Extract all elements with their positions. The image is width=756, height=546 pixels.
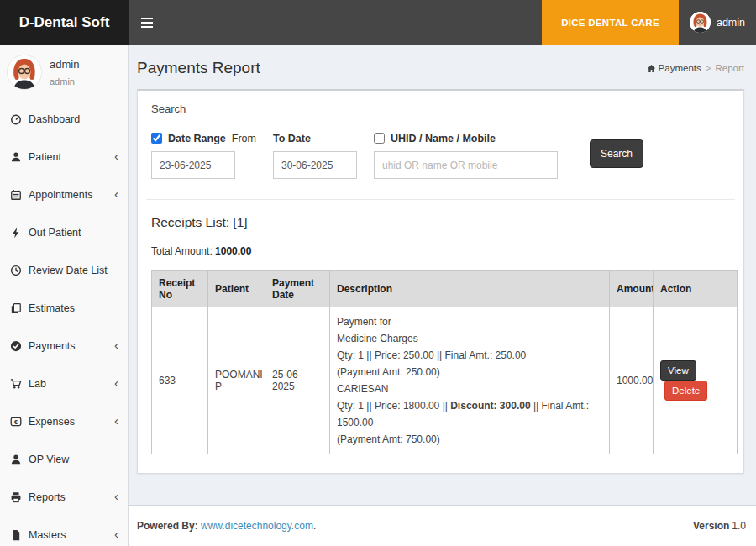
sidebar-item-label: Out Patient bbox=[29, 227, 81, 239]
sidebar-item-lab[interactable]: Lab bbox=[0, 365, 128, 402]
print-icon bbox=[9, 491, 22, 503]
page-header: Payments Report Payments > Report bbox=[129, 45, 756, 89]
breadcrumb: Payments > Report bbox=[647, 63, 744, 73]
page-title: Payments Report bbox=[137, 59, 260, 77]
sidebar-item-label: OP View bbox=[29, 454, 69, 465]
profile-avatar bbox=[7, 55, 42, 90]
chevron-left-icon bbox=[114, 150, 118, 164]
version-info: Version1.0 bbox=[693, 520, 746, 532]
hamburger-menu-icon[interactable] bbox=[129, 0, 165, 45]
sidebar-item-expenses[interactable]: € Expenses bbox=[0, 402, 128, 440]
bolt-icon bbox=[9, 226, 22, 239]
table-header-row: Receipt No Patient Payment Date Descript… bbox=[152, 271, 738, 307]
sidebar-item-patient[interactable]: Patient bbox=[0, 138, 128, 176]
uhid-input[interactable] bbox=[374, 151, 558, 179]
date-range-label: Date Range bbox=[168, 133, 226, 144]
col-action: Action bbox=[654, 271, 738, 307]
calendar-icon bbox=[9, 188, 22, 201]
uhid-checkbox[interactable] bbox=[374, 133, 385, 144]
chevron-left-icon bbox=[114, 414, 118, 428]
dashboard-icon bbox=[9, 113, 22, 125]
user-icon bbox=[9, 453, 22, 465]
profile-name: admin bbox=[50, 58, 79, 71]
dicetechnology-link[interactable]: www.dicetechnology.com bbox=[201, 520, 313, 532]
breadcrumb-current: Report bbox=[715, 63, 744, 73]
col-description: Description bbox=[330, 271, 610, 307]
sidebar-menu: Dashboard Patient Appointments bbox=[0, 100, 128, 546]
to-date-group: To Date bbox=[273, 132, 357, 179]
sidebar-item-masters[interactable]: Masters bbox=[0, 516, 128, 546]
topbar-username: admin bbox=[717, 17, 745, 29]
sidebar-item-label: Reports bbox=[29, 491, 66, 503]
sidebar-item-estimates[interactable]: Estimates bbox=[0, 289, 128, 327]
to-date-label: To Date bbox=[273, 133, 311, 144]
delete-button[interactable]: Delete bbox=[664, 381, 707, 401]
search-form: Date Range From To Date UHID / Name / Mo… bbox=[146, 132, 735, 179]
cell-action: View Delete bbox=[654, 307, 738, 454]
file-icon bbox=[9, 528, 22, 541]
copy-icon bbox=[9, 302, 22, 314]
user-avatar bbox=[690, 12, 711, 33]
top-navbar: DICE DENTAL CARE admin bbox=[129, 0, 756, 45]
breadcrumb-payments-link[interactable]: Payments bbox=[647, 63, 701, 73]
uhid-label: UHID / Name / Mobile bbox=[391, 133, 496, 144]
sidebar-item-review-date-list[interactable]: Review Date List bbox=[0, 251, 128, 289]
main-content: Payments Report Payments > Report Search… bbox=[129, 45, 756, 546]
topbar-user-menu[interactable]: admin bbox=[679, 0, 756, 45]
receipts-table: Receipt No Patient Payment Date Descript… bbox=[151, 270, 738, 454]
date-range-from-label: From bbox=[232, 133, 256, 144]
sidebar-item-op-view[interactable]: OP View bbox=[0, 440, 128, 478]
cart-icon bbox=[9, 377, 22, 390]
receipts-list-heading: Receipts List: [1] bbox=[151, 215, 735, 230]
total-amount-value: 1000.00 bbox=[215, 245, 251, 257]
date-range-group: Date Range From bbox=[151, 132, 256, 179]
uhid-group: UHID / Name / Mobile bbox=[374, 132, 558, 179]
sidebar-item-label: Estimates bbox=[29, 302, 75, 314]
search-button[interactable]: Search bbox=[590, 139, 643, 168]
powered-by: Powered By: www.dicetechnology.com. bbox=[137, 520, 316, 532]
sidebar-item-label: Patient bbox=[29, 151, 61, 163]
svg-text:€: € bbox=[13, 417, 17, 425]
date-from-input[interactable] bbox=[151, 151, 235, 179]
sidebar-item-label: Review Date List bbox=[29, 265, 108, 276]
date-range-checkbox[interactable] bbox=[151, 133, 162, 144]
sidebar-item-dashboard[interactable]: Dashboard bbox=[0, 100, 128, 138]
home-icon bbox=[647, 64, 656, 73]
profile-role: admin bbox=[50, 76, 79, 87]
sidebar-item-label: Payments bbox=[29, 340, 76, 352]
chevron-left-icon bbox=[114, 187, 118, 202]
cell-receipt-no: 633 bbox=[152, 307, 208, 454]
money-icon: € bbox=[9, 415, 22, 428]
sidebar-item-label: Dashboard bbox=[29, 113, 80, 125]
chevron-left-icon bbox=[114, 376, 118, 391]
sidebar-item-label: Appointments bbox=[29, 189, 92, 201]
footer: Powered By: www.dicetechnology.com. Vers… bbox=[129, 505, 756, 546]
cell-payment-date: 25-06-2025 bbox=[265, 307, 330, 454]
cell-amount: 1000.00 bbox=[610, 307, 654, 454]
table-row: 633 POOMANI P 25-06-2025 Payment for Med… bbox=[152, 307, 738, 454]
sidebar-item-label: Masters bbox=[29, 529, 66, 541]
sidebar-profile: admin admin bbox=[0, 45, 128, 100]
topbar: D-Dental Soft DICE DENTAL CARE bbox=[0, 0, 756, 45]
cell-description: Payment for Medicine Charges Qty: 1 || P… bbox=[330, 307, 610, 454]
search-section-title: Search bbox=[151, 102, 735, 115]
breadcrumb-separator: > bbox=[706, 63, 711, 73]
col-payment-date: Payment Date bbox=[265, 271, 330, 307]
sidebar-item-out-patient[interactable]: Out Patient bbox=[0, 213, 128, 251]
date-to-input[interactable] bbox=[273, 151, 357, 179]
col-amount: Amount bbox=[610, 271, 654, 307]
col-receipt-no: Receipt No bbox=[152, 271, 208, 307]
sidebar-item-label: Expenses bbox=[29, 416, 75, 428]
app-logo[interactable]: D-Dental Soft bbox=[0, 0, 129, 45]
col-patient: Patient bbox=[208, 271, 265, 307]
sidebar-item-appointments[interactable]: Appointments bbox=[0, 176, 128, 213]
chevron-left-icon bbox=[114, 528, 118, 542]
cell-patient: POOMANI P bbox=[208, 307, 265, 454]
view-button[interactable]: View bbox=[660, 360, 696, 381]
chevron-left-icon bbox=[114, 339, 118, 353]
sidebar-item-payments[interactable]: Payments bbox=[0, 327, 128, 365]
check-circle-icon bbox=[9, 339, 22, 352]
clinic-name-button[interactable]: DICE DENTAL CARE bbox=[542, 0, 679, 45]
clock-icon bbox=[9, 264, 22, 276]
sidebar-item-reports[interactable]: Reports bbox=[0, 478, 128, 516]
